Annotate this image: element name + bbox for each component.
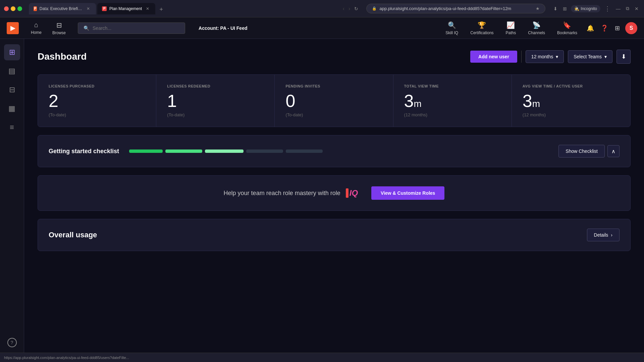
browser-menu-button[interactable]: ⋮ [603,4,612,14]
restore-browser-button[interactable]: ⧉ [625,4,631,13]
role-mastery-section: Help your team reach role mastery with r… [38,175,631,211]
stat-value-0: 2 [49,92,145,110]
left-sidebar: ⊞ ▤ ⊟ ▦ ≡ ? [0,39,24,353]
sidebar-dashboard-button[interactable]: ⊞ [4,44,20,60]
teams-chevron-icon: ▾ [604,54,607,59]
search-input[interactable] [93,25,179,31]
window-controls [4,6,22,11]
maximize-window-button[interactable] [17,6,22,11]
dashboard-header: Dashboard Add new user 12 months ▾ Selec… [38,50,631,64]
nav-right-items: 🔍 Skill IQ 🏆 Certifications 📈 Paths 📡 Ch… [440,18,637,38]
sidebar-list-button[interactable]: ≡ [4,119,20,135]
skill-iq-icon: 🔍 [448,21,456,29]
progress-bar-5 [286,149,323,153]
main-body: ⊞ ▤ ⊟ ▦ ≡ ? Dashboard Add new user 12 mo… [0,39,644,353]
tab1-close-button[interactable]: ✕ [85,6,91,12]
browser-tabs: P Data: Executive Briefing | Plurals... … [29,3,166,14]
tab2-close-button[interactable]: ✕ [145,6,151,12]
select-teams-dropdown[interactable]: Select Teams ▾ [568,50,612,63]
address-bar[interactable]: 🔒 app.pluralsight.com/plan-analytics/pa-… [366,4,545,13]
add-new-user-button[interactable]: Add new user [470,51,517,63]
certifications-label: Certifications [470,31,493,35]
stat-sub-2: (To-date) [285,112,382,117]
user-avatar[interactable]: S [625,22,637,34]
chevron-down-icon: ▾ [556,54,558,59]
progress-bar-4 [246,149,283,153]
sidebar-analytics-button[interactable]: ▦ [4,101,20,117]
stat-licenses-purchased: LICENSES PURCHASED 2 (To-date) [38,75,156,127]
tab1-title: Data: Executive Briefing | Plurals... [40,6,83,11]
paths-label: Paths [506,31,516,35]
page-title: Dashboard [38,51,87,62]
getting-started-checklist: Getting started checklist Show Checklist… [38,135,631,167]
minimize-browser-button[interactable]: — [614,5,622,13]
checklist-actions: Show Checklist ∧ [558,145,620,158]
search-icon: 🔍 [84,25,89,31]
tab2-title: Plan Management [109,6,142,11]
sidebar-reports-button[interactable]: ▤ [4,63,20,79]
role-iq-badge: IQ [346,188,358,198]
nav-browse-label: Browse [52,31,66,35]
header-divider [521,51,522,63]
nav-browse[interactable]: ⊟ Browse [47,18,71,38]
download-button[interactable]: ⬇ [616,50,631,64]
nav-channels[interactable]: 📡 Channels [523,18,550,38]
account-info: Account: PA - UI Feed [192,25,254,31]
nav-paths[interactable]: 📈 Paths [500,18,522,38]
nav-bookmarks[interactable]: 🔖 Bookmarks [552,18,583,38]
new-tab-button[interactable]: + [157,5,166,14]
incognito-icon: 🕵 [574,6,579,11]
stat-value-4: 3m [523,92,620,110]
forward-button[interactable]: › [347,4,352,13]
home-icon: ⌂ [34,21,38,29]
pluralsight-logo[interactable]: ▶ [7,22,19,34]
downloads-button[interactable]: ⬇ [552,5,559,13]
date-filter-dropdown[interactable]: 12 months ▾ [526,50,564,63]
nav-home[interactable]: ⌂ Home [25,18,47,38]
back-button[interactable]: ‹ [341,4,346,13]
sidebar-teams-button[interactable]: ⊟ [4,82,20,98]
channels-label: Channels [528,31,545,35]
app: ▶ ⌂ Home ⊟ Browse 🔍 Account: PA - UI Fee… [0,17,644,362]
browser-chrome: P Data: Executive Briefing | Plurals... … [0,0,644,17]
status-url: https://app.pluralsight.com/plan-analyti… [4,356,129,360]
browser-tab-2[interactable]: P Plan Management ✕ [97,3,155,14]
paths-icon: 📈 [506,21,515,29]
minimize-window-button[interactable] [11,6,15,11]
close-window-button[interactable] [4,6,9,11]
help-button[interactable]: ❓ [598,22,611,35]
close-browser-button[interactable]: ✕ [633,5,640,13]
role-mastery-text-before: Help your team reach role mastery with r… [224,190,340,197]
overall-usage-details-button[interactable]: Details › [587,229,620,241]
stat-label-3: TOTAL VIEW TIME [404,84,501,88]
incognito-badge: 🕵 Incognito [571,5,600,12]
browser-tab-1[interactable]: P Data: Executive Briefing | Plurals... … [29,3,96,14]
account-prefix: Account: [199,25,219,31]
nav-skill-iq[interactable]: 🔍 Skill IQ [440,18,464,38]
role-iq-text: IQ [350,188,358,198]
collapse-checklist-button[interactable]: ∧ [607,145,620,157]
nav-certifications[interactable]: 🏆 Certifications [465,18,499,38]
url-text: app.pluralsight.com/plan-analytics/pa-ui… [379,6,511,11]
browser-right-controls: ⬇ ⊞ 🕵 Incognito ⋮ — ⧉ ✕ [552,4,640,14]
date-filter-label: 12 months [531,54,553,59]
status-bar: https://app.pluralsight.com/plan-analyti… [0,353,644,362]
sidebar-help-button[interactable]: ? [7,338,17,347]
progress-bar-2 [165,149,202,153]
refresh-button[interactable]: ↻ [353,4,360,13]
header-actions: Add new user 12 months ▾ Select Teams ▾ … [470,50,631,64]
show-checklist-button[interactable]: Show Checklist [558,145,605,158]
channels-icon: 📡 [532,21,541,29]
main-content: Dashboard Add new user 12 months ▾ Selec… [24,39,644,353]
checklist-progress-bars [129,149,558,153]
stat-sub-0: (To-date) [49,112,145,117]
notifications-button[interactable]: 🔔 [584,22,597,35]
star-icon: ★ [536,6,540,11]
stat-label-1: LICENSES REDEEMED [167,84,264,88]
apps-grid-button[interactable]: ⊞ [612,22,623,35]
extensions-button[interactable]: ⊞ [561,5,568,13]
view-customize-roles-button[interactable]: View & Customize Roles [371,186,444,200]
incognito-label: Incognito [581,6,597,11]
browse-icon: ⊟ [56,21,62,29]
search-bar[interactable]: 🔍 [78,22,185,34]
